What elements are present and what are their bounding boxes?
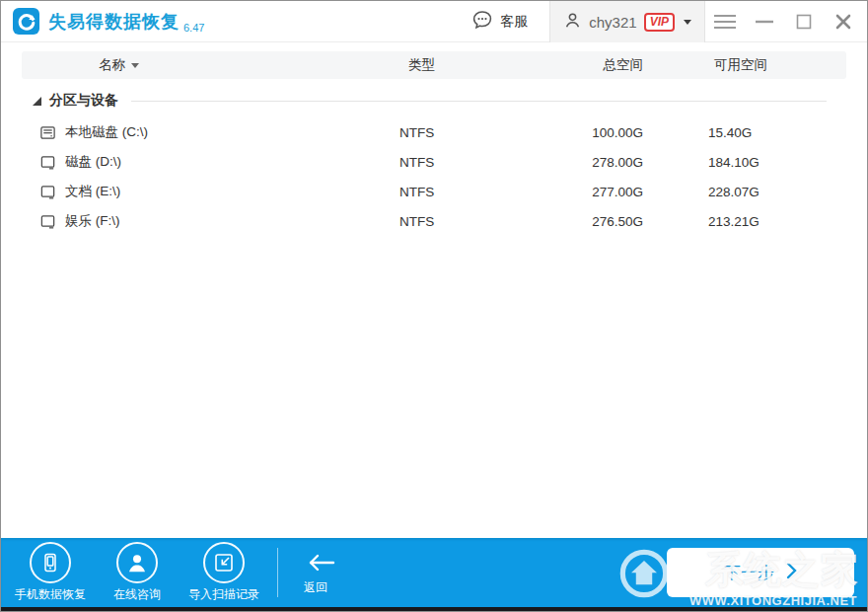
maximize-button[interactable] <box>784 1 824 42</box>
next-step-button[interactable]: 下一步 <box>667 548 854 597</box>
section-partitions-and-devices[interactable]: 分区与设备 <box>33 90 867 112</box>
consultant-icon <box>116 542 158 583</box>
drive-icon <box>39 213 56 230</box>
drive-name: 本地磁盘 (C:\) <box>65 123 148 141</box>
drive-type: NTFS <box>397 185 525 199</box>
column-header-total: 总空间 <box>525 56 643 74</box>
system-drive-icon <box>39 124 56 141</box>
back-button[interactable]: 返回 <box>304 550 337 596</box>
phone-icon <box>30 542 71 583</box>
main-menu-button[interactable] <box>705 1 745 42</box>
online-consult-button[interactable]: 在线咨询 <box>94 542 181 603</box>
chevron-right-icon <box>786 562 797 584</box>
section-expanded-icon <box>33 97 41 106</box>
drive-type: NTFS <box>397 214 525 229</box>
user-icon <box>563 11 582 34</box>
import-scan-records-button[interactable]: 导入扫描记录 <box>181 542 267 603</box>
next-step-label: 下一步 <box>724 562 774 584</box>
titlebar: 失易得数据恢复 6.47 客服 chy321 VIP <box>1 1 867 42</box>
drive-icon <box>39 184 56 200</box>
drive-available-space: 213.21G <box>643 214 846 229</box>
table-row-drive-e[interactable]: 文档 (E:\) NTFS 277.00G 228.07G <box>22 177 846 206</box>
column-header-name[interactable]: 名称 <box>22 56 397 74</box>
chevron-down-icon <box>684 20 691 25</box>
online-consult-label: 在线咨询 <box>113 586 161 603</box>
table-row-drive-c[interactable]: 本地磁盘 (C:\) NTFS 100.00G 15.40G <box>22 117 846 147</box>
drive-total-space: 276.50G <box>525 214 643 229</box>
drive-icon <box>39 154 56 171</box>
back-label: 返回 <box>304 579 337 596</box>
drive-available-space: 184.10G <box>643 155 846 170</box>
drive-rows: 本地磁盘 (C:\) NTFS 100.00G 15.40G 磁盘 (D:\) <box>1 117 867 236</box>
drive-available-space: 228.07G <box>643 185 846 199</box>
username: chy321 <box>589 14 636 31</box>
table-row-drive-f[interactable]: 娱乐 (F:\) NTFS 276.50G 213.21G <box>22 206 846 236</box>
import-icon <box>203 542 245 583</box>
app-logo-icon <box>13 8 39 35</box>
phone-recovery-label: 手机数据恢复 <box>15 586 86 603</box>
app-title: 失易得数据恢复 <box>48 10 180 34</box>
phone-recovery-button[interactable]: 手机数据恢复 <box>7 542 94 603</box>
drive-total-space: 277.00G <box>525 185 643 199</box>
minimize-button[interactable] <box>745 1 784 42</box>
toolbar-divider <box>277 548 278 597</box>
chat-bubble-icon <box>471 9 493 34</box>
drive-list-panel: 名称 类型 总空间 可用空间 分区与设备 <box>1 42 867 538</box>
drive-available-space: 15.40G <box>643 125 846 140</box>
column-header-available: 可用空间 <box>643 56 846 74</box>
drive-total-space: 100.00G <box>525 125 643 140</box>
drive-total-space: 278.00G <box>525 155 643 170</box>
column-header-name-label: 名称 <box>99 56 125 74</box>
support-button[interactable]: 客服 <box>471 9 528 34</box>
close-button[interactable] <box>824 1 863 42</box>
section-divider <box>131 101 827 102</box>
sort-caret-icon <box>131 63 139 68</box>
drive-name: 娱乐 (F:\) <box>65 212 120 230</box>
support-label: 客服 <box>500 13 528 31</box>
back-arrow-icon <box>304 550 337 575</box>
table-row-drive-d[interactable]: 磁盘 (D:\) NTFS 278.00G 184.10G <box>22 147 846 177</box>
app-window: 失易得数据恢复 6.47 客服 chy321 VIP <box>0 0 868 612</box>
drive-name: 文档 (E:\) <box>65 183 120 200</box>
app-version: 6.47 <box>183 22 204 34</box>
drive-name: 磁盘 (D:\) <box>65 153 121 171</box>
drive-type: NTFS <box>397 155 525 170</box>
table-header: 名称 类型 总空间 可用空间 <box>22 51 846 79</box>
drive-type: NTFS <box>397 125 525 140</box>
import-scan-records-label: 导入扫描记录 <box>188 586 259 603</box>
vip-badge: VIP <box>644 13 675 32</box>
bottom-toolbar: 手机数据恢复 在线咨询 导入扫描记录 <box>1 538 867 607</box>
window-bottom-edge <box>1 607 867 611</box>
column-header-type: 类型 <box>397 56 525 74</box>
user-account-menu[interactable]: chy321 VIP <box>549 1 705 42</box>
section-title: 分区与设备 <box>49 92 118 110</box>
